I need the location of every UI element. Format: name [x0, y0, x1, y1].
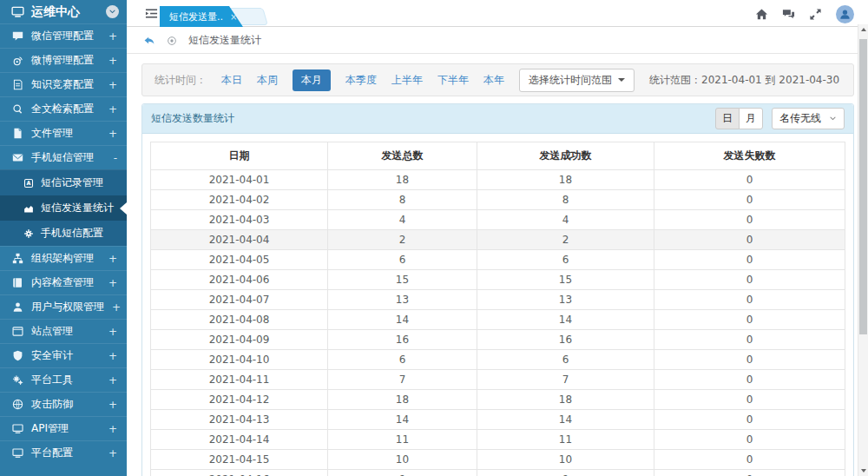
- table-row: 2021-04-03440: [151, 210, 845, 230]
- table-cell: 2021-04-15: [151, 450, 328, 470]
- table-cell: 2021-04-07: [151, 290, 328, 310]
- tab-sms-statistics[interactable]: 短信发送量.. ×: [160, 6, 243, 27]
- shield-icon: [12, 350, 23, 361]
- table-cell: 0: [654, 430, 845, 450]
- chevron-down-icon: [829, 115, 837, 122]
- sidebar-item[interactable]: 微信管理配置+: [0, 23, 127, 48]
- sidebar-header: 运维中心: [0, 0, 127, 23]
- sidebar-item[interactable]: 平台工具+: [0, 367, 127, 392]
- table-cell: 2021-04-06: [151, 270, 328, 290]
- sms-statistics-table: 日期发送总数发送成功数发送失败数2021-04-01181802021-04-0…: [150, 142, 845, 476]
- table-row: 2021-04-11770: [151, 370, 845, 390]
- time-filter-option[interactable]: 本日: [221, 73, 242, 88]
- sidebar-item-label: 组织架构管理: [31, 251, 94, 266]
- sidebar-item[interactable]: 组织架构管理+: [0, 246, 127, 270]
- vertical-scrollbar[interactable]: [858, 24, 868, 476]
- sidebar-toggle-icon[interactable]: [145, 7, 158, 20]
- column-header: 日期: [151, 142, 328, 170]
- sidebar-item[interactable]: 内容检查管理+: [0, 270, 127, 294]
- table-cell: 2021-04-02: [151, 190, 328, 210]
- back-icon[interactable]: [143, 35, 155, 47]
- table-cell: 11: [477, 430, 654, 450]
- table-cell: 14: [328, 310, 477, 330]
- sidebar-item[interactable]: 攻击防御+: [0, 392, 127, 416]
- expand-indicator: +: [108, 326, 117, 338]
- table-cell: 14: [477, 310, 654, 330]
- sidebar-item[interactable]: 全文检索配置+: [0, 96, 127, 121]
- sidebar-item-label: API管理: [31, 421, 69, 436]
- page-title: 短信发送量统计: [188, 33, 261, 48]
- user-avatar[interactable]: [836, 5, 854, 23]
- table-cell: 6: [328, 250, 477, 270]
- comments-icon[interactable]: [782, 8, 795, 21]
- table-cell: 2: [328, 230, 477, 250]
- table-row: 2021-04-16990: [151, 470, 845, 476]
- sidebar-item-label: 攻击防御: [31, 397, 73, 412]
- sidebar-subitem[interactable]: A短信记录管理: [0, 170, 127, 195]
- time-filter-option[interactable]: 本年: [483, 73, 504, 88]
- time-filter-option[interactable]: 下半年: [437, 73, 469, 88]
- sidebar-item[interactable]: 微博管理配置+: [0, 48, 127, 72]
- sidebar-item[interactable]: 知识竞赛配置+: [0, 72, 127, 96]
- breadcrumb: 短信发送量统计: [127, 28, 868, 54]
- table-cell: 2021-04-11: [151, 370, 328, 390]
- sidebar-item-label: 用户与权限管理: [31, 300, 104, 314]
- table-cell: 0: [654, 210, 845, 230]
- eye-icon: [167, 36, 177, 46]
- channel-select[interactable]: 名传无线: [772, 108, 845, 129]
- scrollbar-down-arrow[interactable]: [858, 466, 868, 476]
- sidebar-item[interactable]: 手机短信管理-: [0, 145, 127, 169]
- fullscreen-icon[interactable]: [809, 8, 822, 21]
- time-filter-bar: 统计时间： 本日本周本月本季度上半年下半年本年 选择统计时间范围 统计范围：20…: [141, 63, 854, 96]
- scrollbar-thumb[interactable]: [859, 39, 867, 334]
- sidebar-subitem[interactable]: 短信发送量统计: [0, 195, 127, 221]
- table-cell: 6: [477, 350, 654, 370]
- table-row: 2021-04-0916160: [151, 330, 845, 350]
- table-row: 2021-04-10660: [151, 350, 845, 370]
- sidebar-item[interactable]: API管理+: [0, 416, 127, 440]
- panel-controls: 日月 名传无线: [715, 108, 845, 129]
- scrollbar-up-arrow[interactable]: [858, 24, 868, 35]
- table-cell: 0: [654, 350, 845, 370]
- sidebar-collapse-button[interactable]: [106, 5, 119, 18]
- sidebar-subitem-label: 短信记录管理: [41, 175, 103, 190]
- table-cell: 0: [654, 230, 845, 250]
- table-row: 2021-04-0713130: [151, 290, 845, 310]
- table-cell: 2: [477, 230, 654, 250]
- time-range-dropdown[interactable]: 选择统计时间范围: [519, 69, 635, 92]
- time-filter-option[interactable]: 本周: [257, 73, 278, 88]
- panel-body: 日期发送总数发送成功数发送失败数2021-04-01181802021-04-0…: [142, 134, 853, 476]
- table-cell: 7: [477, 370, 654, 390]
- home-icon[interactable]: [755, 8, 768, 21]
- desktop-icon: [12, 423, 23, 434]
- table-cell: 0: [654, 290, 845, 310]
- table-cell: 2021-04-13: [151, 410, 328, 430]
- table-cell: 15: [328, 270, 477, 290]
- table-row: 2021-04-02880: [151, 190, 845, 210]
- tab-bar: 短信发送量.. ×: [127, 0, 868, 27]
- tab-label: 短信发送量..: [169, 10, 223, 23]
- sidebar-item[interactable]: 用户与权限管理+: [0, 294, 127, 319]
- time-filter-option[interactable]: 本季度: [345, 73, 377, 88]
- unit-button[interactable]: 月: [739, 108, 763, 129]
- unit-button-group: 日月: [715, 108, 763, 129]
- expand-indicator: +: [108, 423, 117, 435]
- table-row: 2021-04-1314140: [151, 410, 845, 430]
- table-cell: 18: [328, 390, 477, 410]
- sitemap-icon: [12, 253, 23, 264]
- cogs-icon: [12, 374, 23, 386]
- table-cell: 10: [477, 450, 654, 470]
- unit-button[interactable]: 日: [715, 108, 740, 129]
- table-cell: 16: [328, 330, 477, 350]
- table-cell: 2021-04-12: [151, 390, 328, 410]
- sidebar-subitem[interactable]: 手机短信配置: [0, 221, 127, 246]
- table-row: 2021-04-0814140: [151, 310, 845, 330]
- sidebar-item[interactable]: 站点管理+: [0, 319, 127, 343]
- user-icon: [12, 301, 23, 313]
- time-filter-option[interactable]: 本月: [293, 69, 331, 91]
- table-cell: 7: [328, 370, 477, 390]
- sidebar-item[interactable]: 安全审计+: [0, 343, 127, 367]
- sidebar-item[interactable]: 文件管理+: [0, 121, 127, 145]
- sidebar-item[interactable]: 平台配置+: [0, 440, 127, 465]
- time-filter-option[interactable]: 上半年: [391, 73, 423, 88]
